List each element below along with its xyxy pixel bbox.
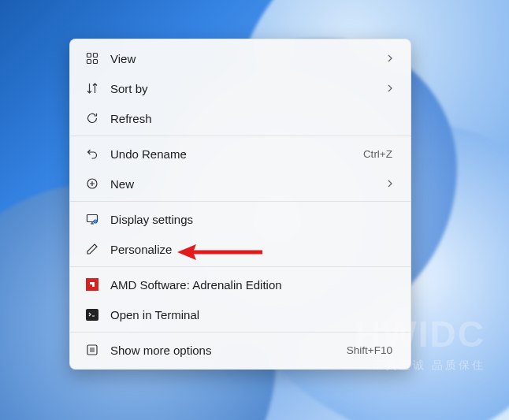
menu-label: Undo Rename xyxy=(110,147,363,161)
menu-label: View xyxy=(110,52,385,65)
separator xyxy=(70,266,411,267)
menu-label: Display settings xyxy=(110,213,396,226)
svg-rect-3 xyxy=(94,60,98,64)
menu-label: Personalize xyxy=(110,243,396,256)
desktop-context-menu: View Sort by Refresh Undo Rena xyxy=(69,39,411,370)
menu-label: Refresh xyxy=(110,112,396,125)
menu-label: AMD Software: Adrenalin Edition xyxy=(110,278,396,292)
chevron-right-icon xyxy=(385,54,396,62)
menu-item-display-settings[interactable]: Display settings xyxy=(74,204,407,234)
menu-item-view[interactable]: View xyxy=(74,43,407,73)
svg-rect-0 xyxy=(87,54,91,58)
menu-item-show-more-options[interactable]: Show more options Shift+F10 xyxy=(74,335,407,365)
display-icon xyxy=(85,212,99,226)
separator xyxy=(70,332,411,333)
sort-icon xyxy=(85,81,99,95)
menu-item-sort-by[interactable]: Sort by xyxy=(74,73,407,103)
chevron-right-icon xyxy=(385,180,396,188)
undo-icon xyxy=(85,147,99,161)
personalize-icon xyxy=(85,242,99,256)
separator xyxy=(70,136,411,136)
chevron-right-icon xyxy=(385,84,396,92)
menu-label: Show more options xyxy=(110,344,347,357)
new-icon xyxy=(85,177,99,191)
menu-item-personalize[interactable]: Personalize xyxy=(74,234,407,264)
menu-label: New xyxy=(110,177,385,191)
separator xyxy=(70,201,411,202)
menu-item-undo-rename[interactable]: Undo Rename Ctrl+Z xyxy=(74,139,407,169)
amd-icon xyxy=(85,277,99,292)
more-options-icon xyxy=(85,343,99,357)
view-icon xyxy=(85,51,99,65)
menu-item-new[interactable]: New xyxy=(74,169,407,199)
menu-item-refresh[interactable]: Refresh xyxy=(74,103,407,133)
shortcut-label: Ctrl+Z xyxy=(363,148,392,160)
menu-item-open-terminal[interactable]: Open in Terminal xyxy=(74,299,407,329)
svg-rect-2 xyxy=(87,60,91,64)
menu-item-amd-software[interactable]: AMD Software: Adrenalin Edition xyxy=(74,269,407,299)
menu-label: Sort by xyxy=(110,82,385,95)
refresh-icon xyxy=(85,111,99,125)
shortcut-label: Shift+F10 xyxy=(347,344,392,356)
menu-label: Open in Terminal xyxy=(110,308,396,322)
terminal-icon xyxy=(85,307,99,322)
svg-rect-1 xyxy=(94,54,98,58)
